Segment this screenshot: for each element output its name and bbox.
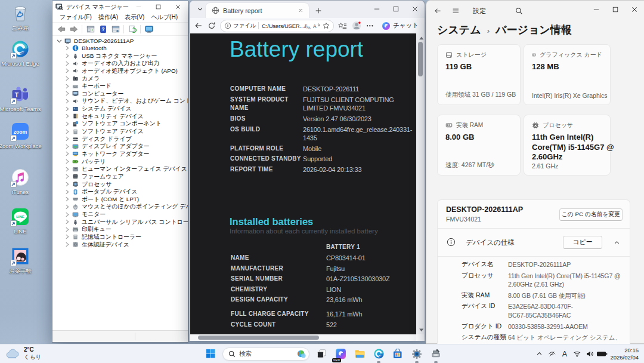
tree-item[interactable]: カメラ [52, 75, 188, 82]
menu-item[interactable]: 表示(V) [122, 12, 148, 23]
expand-caret-icon[interactable] [64, 91, 70, 96]
back-button[interactable] [193, 20, 205, 32]
expand-caret-icon[interactable] [64, 129, 70, 134]
scroll-right-icon[interactable] [236, 336, 414, 341]
console-window-button[interactable] [85, 24, 95, 34]
copilot-button[interactable]: NEW [333, 347, 348, 361]
refresh-button[interactable] [127, 24, 137, 34]
tree-item[interactable]: ファームウェア [52, 173, 188, 181]
expand-caret-icon[interactable] [64, 99, 70, 104]
file-explorer-button[interactable] [352, 347, 367, 361]
chevron-up-icon[interactable] [614, 239, 620, 246]
expand-caret-icon[interactable] [64, 227, 70, 232]
tree-item[interactable]: セキュリティ デバイス [52, 112, 188, 120]
presence-sensing-icon[interactable] [546, 347, 558, 360]
expand-caret-icon[interactable] [64, 106, 70, 112]
expand-caret-icon[interactable] [64, 45, 70, 51]
desktop-icon-recycle-bin[interactable]: ごみ箱 [0, 4, 44, 31]
search-highlight-icon[interactable] [297, 349, 307, 359]
tree-item[interactable]: サウンド、ビデオ、およびゲーム コントローラー [52, 97, 188, 105]
tree-item[interactable]: 記憶域コントローラー [52, 233, 188, 241]
tree-item[interactable]: ディスプレイ アダプター [52, 143, 188, 150]
maximize-button[interactable] [606, 1, 625, 19]
new-tab-button[interactable] [312, 5, 324, 17]
tree-item[interactable]: モニター [52, 211, 188, 219]
read-aloud-icon[interactable]: A [313, 22, 320, 29]
browser-tab[interactable]: Battery report [206, 3, 309, 18]
favorite-star-icon[interactable] [323, 22, 330, 29]
expand-caret-icon[interactable] [64, 121, 70, 127]
settings-titlebar[interactable]: 設定 [426, 1, 644, 21]
device-manager-task-button[interactable] [429, 347, 443, 361]
settings-menu-icon[interactable] [364, 20, 376, 32]
expand-caret-icon[interactable] [64, 159, 70, 164]
scan-monitor-button[interactable] [144, 24, 154, 34]
tree-item[interactable]: システム デバイス [52, 105, 188, 113]
scroll-up-icon[interactable] [419, 35, 425, 41]
tree-item[interactable]: プロセッサ [52, 180, 188, 188]
desktop-icon-itunes-logo[interactable]: iTunes [0, 168, 44, 195]
expand-caret-icon[interactable] [64, 76, 70, 81]
battery-icon[interactable] [596, 347, 608, 360]
copilot-chat-button[interactable]: チャット [379, 20, 422, 32]
tree-item[interactable]: コンピューター [52, 90, 188, 97]
edge-button[interactable] [371, 347, 386, 361]
tree-item[interactable]: ソフトウェア コンポーネント [52, 120, 188, 128]
expand-caret-icon[interactable] [64, 144, 70, 149]
expand-caret-icon[interactable] [64, 196, 70, 202]
copy-button[interactable]: コピー [563, 236, 602, 249]
tree-item[interactable]: マウスとそのほかのポインティング デバイス [52, 203, 188, 211]
taskbar-search[interactable]: 検索 [222, 347, 309, 361]
vertical-scrollbar-thumb[interactable] [418, 42, 423, 76]
start-button[interactable] [203, 347, 218, 361]
expand-caret-icon[interactable] [64, 136, 70, 141]
task-view-button[interactable] [314, 347, 329, 361]
desktop-icon-edge-logo[interactable]: Microsoft Edge [0, 39, 44, 67]
rename-pc-button[interactable]: この PC の名前を変更 [559, 208, 623, 221]
tree-item[interactable]: ポータブル デバイス [52, 188, 188, 196]
tree-item[interactable]: Bluetooth [52, 45, 188, 53]
forward-arrow-button[interactable] [69, 24, 79, 34]
menu-item[interactable]: ファイル(F) [57, 12, 95, 23]
expand-caret-icon[interactable] [64, 113, 70, 119]
tree-item[interactable]: オーディオの入力および出力 [52, 60, 188, 67]
settings-button[interactable] [410, 347, 424, 361]
expand-caret-icon[interactable] [64, 242, 70, 247]
hamburger-menu-icon[interactable] [448, 3, 463, 19]
volume-icon[interactable] [583, 347, 596, 360]
tree-item[interactable]: ユニバーサル シリアル バス コントローラー [52, 218, 188, 226]
maximize-button[interactable] [386, 1, 405, 17]
device-manager-titlebar[interactable]: デバイス マネージャー [52, 1, 188, 13]
hidden-icons-chevron[interactable] [533, 347, 546, 360]
refresh-button[interactable] [206, 20, 218, 32]
wifi-icon[interactable] [571, 347, 583, 360]
minimize-button[interactable] [587, 1, 606, 19]
expand-caret-icon[interactable] [64, 61, 70, 66]
close-button[interactable] [168, 1, 188, 13]
desktop-icon-teams-logo[interactable]: TMicrosoft Teams [0, 85, 44, 112]
ime-indicator[interactable]: A [558, 347, 571, 360]
expand-caret-icon[interactable] [64, 204, 70, 210]
expand-caret-icon[interactable] [64, 167, 70, 172]
expand-caret-icon[interactable] [64, 53, 70, 59]
properties-button[interactable] [110, 24, 120, 34]
desktop-icon-photo-app-logo[interactable]: お薬手帳 [0, 247, 44, 274]
expand-caret-icon[interactable] [64, 68, 70, 73]
help-button[interactable]: ? [98, 24, 108, 34]
expand-caret-icon[interactable] [64, 234, 70, 239]
expand-caret-icon[interactable] [64, 212, 70, 217]
tree-item[interactable]: 生体認証デバイス [52, 241, 188, 248]
favorites-bar-icon[interactable] [337, 20, 348, 32]
tree-item[interactable]: ポート (COM と LPT) [52, 195, 188, 203]
tab-close-icon[interactable] [296, 6, 305, 15]
device-spec-expander[interactable]: デバイスの仕様 コピー [438, 229, 630, 257]
tree-item[interactable]: キーボード [52, 82, 188, 90]
back-button[interactable] [430, 3, 445, 19]
expand-caret-icon[interactable] [64, 219, 70, 224]
expand-caret-icon[interactable] [64, 174, 70, 179]
scroll-down-icon[interactable] [419, 327, 425, 333]
close-button[interactable] [405, 1, 425, 17]
menu-item[interactable]: 操作(A) [95, 12, 122, 23]
desktop-icon-line-logo[interactable]: LINELINE [0, 207, 44, 235]
store-button[interactable] [391, 347, 405, 361]
